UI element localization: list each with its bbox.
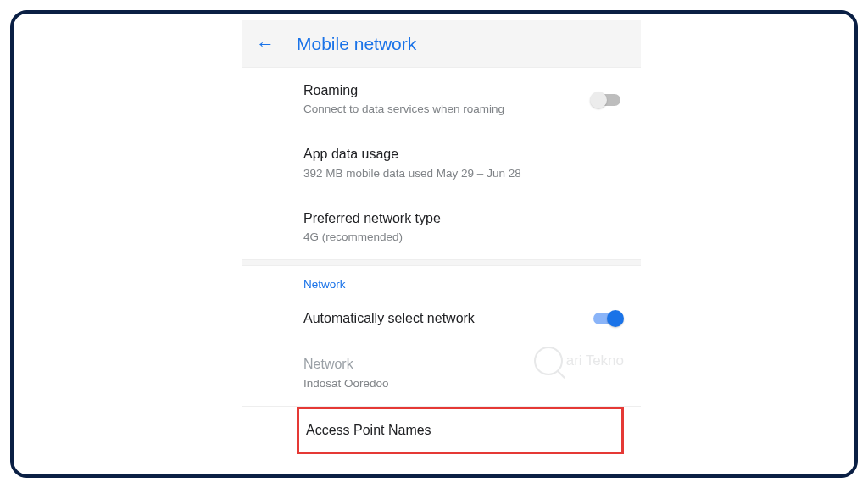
toggle-thumb-icon [590, 92, 607, 108]
watermark-text-2: Tekno [586, 352, 624, 369]
auto-select-text: Automatically select network [303, 309, 592, 328]
apn-title[interactable]: Access Point Names [306, 421, 615, 440]
back-arrow-icon[interactable]: ← [256, 33, 275, 55]
roaming-row[interactable]: Roaming Connect to data services when ro… [242, 68, 641, 131]
toggle-thumb-icon [607, 310, 624, 327]
app-data-title: App data usage [303, 145, 622, 164]
auto-select-toggle[interactable] [592, 310, 622, 327]
roaming-subtitle: Connect to data services when roaming [303, 102, 592, 118]
roaming-title: Roaming [303, 81, 592, 100]
network-subtitle: Indosat Ooredoo [303, 376, 622, 392]
section-divider [242, 259, 641, 266]
preferred-network-text: Preferred network type 4G (recommended) [303, 209, 622, 246]
preferred-network-subtitle: 4G (recommended) [303, 230, 622, 246]
auto-select-network-row[interactable]: Automatically select network [242, 296, 641, 341]
app-data-subtitle: 392 MB mobile data used May 29 – Jun 28 [303, 166, 622, 182]
app-data-text: App data usage 392 MB mobile data used M… [303, 145, 622, 181]
app-data-usage-row[interactable]: App data usage 392 MB mobile data used M… [242, 131, 641, 195]
preferred-network-row[interactable]: Preferred network type 4G (recommended) [242, 196, 641, 259]
apn-highlight: Access Point Names [297, 407, 624, 454]
roaming-toggle[interactable] [592, 92, 622, 108]
auto-select-title: Automatically select network [303, 309, 592, 328]
watermark-text-1: ari [566, 352, 582, 369]
preferred-network-title: Preferred network type [303, 209, 622, 228]
content-area: Roaming Connect to data services when ro… [242, 68, 641, 454]
outer-frame: ← Mobile network Roaming Connect to data… [10, 10, 858, 478]
app-header: ← Mobile network [242, 20, 641, 68]
page-title: Mobile network [297, 34, 416, 54]
network-section-header: Network [242, 266, 641, 296]
watermark: ari Tekno [534, 347, 624, 375]
settings-screen: ← Mobile network Roaming Connect to data… [242, 20, 641, 478]
magnifier-icon [534, 347, 563, 375]
roaming-text: Roaming Connect to data services when ro… [303, 81, 592, 118]
